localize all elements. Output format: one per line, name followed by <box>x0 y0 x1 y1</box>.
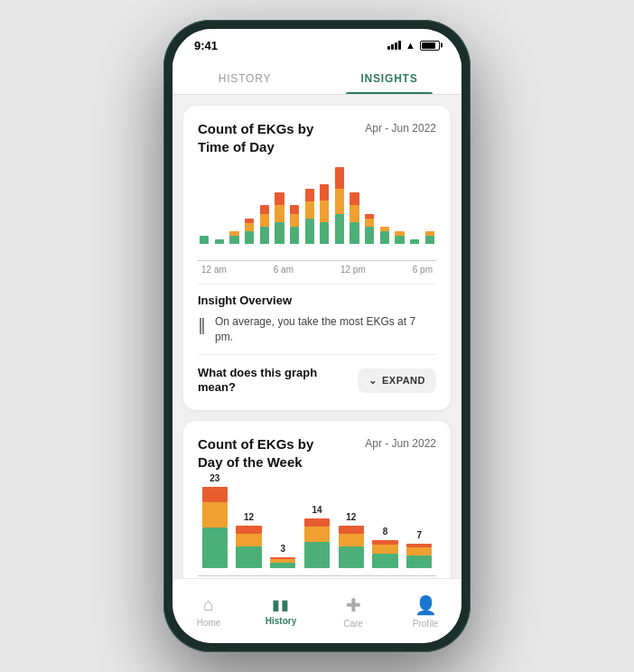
nav-home-label: Home <box>197 618 221 628</box>
tod-bar-group-6 <box>288 163 302 244</box>
card1-date: Apr - Jun 2022 <box>365 122 436 135</box>
nav-care[interactable]: ✚ Care <box>317 594 389 629</box>
bar-count-sat: 7 <box>416 530 422 540</box>
tod-bar-group-0 <box>198 163 211 244</box>
expand-row: What does this graph mean? ⌄ EXPAND <box>198 366 436 397</box>
weekly-bar-mon: 12 <box>232 512 266 568</box>
phone-frame: 9:41 ▲ HISTORY INSIGHTS <box>163 20 471 652</box>
insight-overview-title: Insight Overview <box>198 294 436 307</box>
tod-bar-group-15 <box>423 163 436 244</box>
x-label-12pm: 12 pm <box>340 265 366 275</box>
nav-profile[interactable]: 👤 Profile <box>389 594 462 629</box>
history-icon: ▮▮ <box>272 596 290 613</box>
insight-text: On average, you take the most EKGs at 7 … <box>215 314 436 345</box>
weekly-bar-tue: 3 <box>266 544 300 568</box>
phone-screen: 9:41 ▲ HISTORY INSIGHTS <box>172 29 462 643</box>
wifi-icon: ▲ <box>406 40 415 51</box>
tod-bar-group-2 <box>228 163 241 244</box>
bar-count-fri: 8 <box>383 527 388 537</box>
tod-bars <box>198 166 436 247</box>
status-time: 9:41 <box>194 39 218 52</box>
card2-header: Count of EKGs by Day of the Week Apr - J… <box>198 435 436 471</box>
content-area: Count of EKGs by Time of Day Apr - Jun 2… <box>172 95 462 578</box>
card-time-of-day: Count of EKGs by Time of Day Apr - Jun 2… <box>183 106 451 410</box>
tod-bar-group-1 <box>213 163 227 244</box>
signal-icon <box>387 41 401 50</box>
divider2 <box>198 354 436 355</box>
tod-bar-group-14 <box>408 163 422 244</box>
card1-title: Count of EKGs by Time of Day <box>198 120 329 155</box>
time-of-day-chart <box>198 166 436 257</box>
insight-row: ‖ On average, you take the most EKGs at … <box>198 314 436 345</box>
bar-count-tue: 3 <box>281 544 286 554</box>
card2-title: Count of EKGs by Day of the Week <box>198 435 329 471</box>
divider1 <box>198 284 436 285</box>
weekly-bar-thu: 12 <box>334 512 368 568</box>
home-icon: ⌂ <box>203 594 214 615</box>
tod-bar-group-3 <box>243 163 256 244</box>
x-label-6am: 6 am <box>274 265 294 275</box>
status-icons: ▲ <box>387 40 440 51</box>
x-label-12am: 12 am <box>201 265 227 275</box>
nav-history-label: History <box>266 616 296 626</box>
weekly-bar-sat: 7 <box>402 530 436 568</box>
tab-insights[interactable]: INSIGHTS <box>317 61 462 94</box>
chevron-down-icon: ⌄ <box>368 375 378 387</box>
tod-bar-group-5 <box>273 163 286 244</box>
nav-profile-label: Profile <box>413 619 438 629</box>
chart-bar-icon: ‖ <box>198 315 206 335</box>
tod-bar-group-11 <box>363 163 377 244</box>
profile-icon: 👤 <box>415 594 437 616</box>
card1-header: Count of EKGs by Time of Day Apr - Jun 2… <box>198 120 436 155</box>
tab-navigation: HISTORY INSIGHTS <box>172 61 462 95</box>
axis-line <box>198 260 436 261</box>
nav-home[interactable]: ⌂ Home <box>172 594 245 628</box>
tod-bar-group-7 <box>303 163 316 244</box>
weekly-axis <box>198 575 436 576</box>
status-bar: 9:41 ▲ <box>172 29 462 61</box>
weekly-bar-fri: 8 <box>368 527 403 568</box>
tod-bar-group-8 <box>318 163 331 244</box>
care-icon: ✚ <box>346 594 361 616</box>
weekly-bar-sun: 23 <box>198 473 232 568</box>
expand-label: What does this graph mean? <box>198 366 358 397</box>
expand-button[interactable]: ⌄ EXPAND <box>358 369 436 393</box>
weekly-bar-wed: 14 <box>300 505 334 568</box>
battery-icon <box>420 41 440 51</box>
bar-count-thu: 12 <box>346 512 356 522</box>
tab-history[interactable]: HISTORY <box>172 61 317 94</box>
tod-bar-group-4 <box>258 163 272 244</box>
bar-count-mon: 12 <box>244 512 254 522</box>
tod-bar-group-13 <box>393 163 406 244</box>
bottom-navigation: ⌂ Home ▮▮ History ✚ Care 👤 Profile <box>172 578 462 643</box>
expand-btn-label: EXPAND <box>382 375 425 386</box>
weekly-chart: 23123141287 <box>198 481 436 572</box>
bar-count-sun: 23 <box>210 473 219 483</box>
x-label-6pm: 6 pm <box>413 265 433 275</box>
nav-history[interactable]: ▮▮ History <box>245 596 317 626</box>
x-axis-labels: 12 am 6 am 12 pm 6 pm <box>198 265 436 275</box>
bar-count-wed: 14 <box>312 505 322 515</box>
tod-bar-group-10 <box>348 163 361 244</box>
card2-date: Apr - Jun 2022 <box>365 437 436 450</box>
tod-bar-group-12 <box>378 163 392 244</box>
card-day-of-week: Count of EKGs by Day of the Week Apr - J… <box>183 421 451 578</box>
nav-care-label: Care <box>343 619 363 629</box>
tod-bar-group-9 <box>333 163 347 244</box>
